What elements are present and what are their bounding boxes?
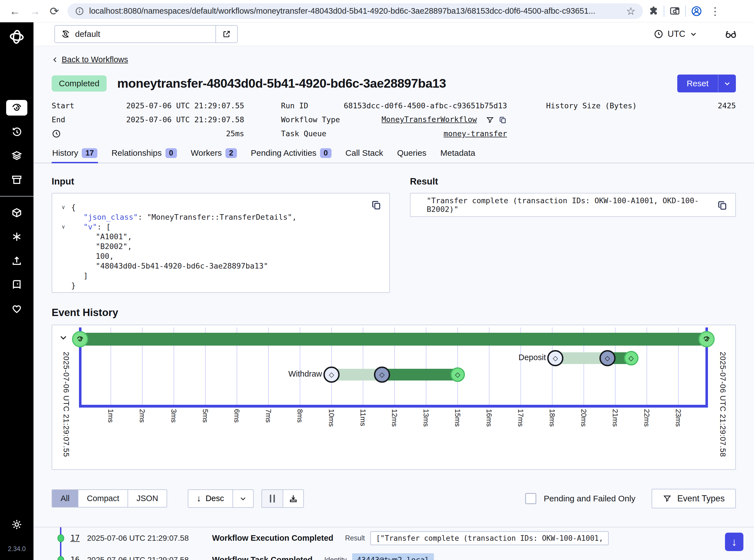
pending-failed-checkbox[interactable] [525,493,536,504]
event-name: Workflow Execution Completed [212,534,333,543]
sidebar-item-deployments[interactable] [6,148,27,164]
event-id-link[interactable]: 17 [70,534,87,543]
download-history-button[interactable] [283,490,303,507]
address-bar[interactable]: localhost:8080/namespaces/default/workfl… [67,3,643,19]
input-copy-button[interactable] [371,200,382,211]
tab-pending-activities[interactable]: Pending Activities0 [250,146,332,163]
activity-started-node[interactable]: ◇ [599,350,616,366]
workflow-start-node[interactable] [72,331,88,347]
result-copy-button[interactable] [717,200,728,211]
json-collapse-icon[interactable]: ∨ [62,223,71,230]
tab-metadata[interactable]: Metadata [440,146,476,163]
sidebar-item-namespaces[interactable] [6,205,27,221]
tab-history[interactable]: History17 [52,146,98,163]
axis-tick-label: 21ms [611,409,619,427]
task-queue-link[interactable]: money-transfer [443,129,507,138]
event-row[interactable]: 162025-07-06 UTC 21:29:07.58Workflow Tas… [34,549,754,560]
tab-relationships[interactable]: Relationships0 [111,146,177,163]
json-line: "json_class": "MoneyTransfer::TransferDe… [62,212,380,222]
duration-clock-icon [52,129,61,138]
event-history-heading: Event History [52,307,736,319]
activity-started-node[interactable]: ◇ [374,366,390,383]
tab-search-icon[interactable] [669,5,680,17]
temporal-logo-icon[interactable] [8,28,25,45]
axis-tick-label: 17ms [516,409,525,427]
sidebar-item-nexus[interactable] [6,229,27,244]
asterisk-icon [11,231,23,243]
tab-label: History [52,148,78,158]
extensions-icon[interactable] [648,5,659,17]
axis-tick-label: 8ms [296,409,304,423]
site-info-icon[interactable] [75,6,84,16]
namespace-external-link-button[interactable] [216,26,237,42]
tab-call-stack[interactable]: Call Stack [345,146,384,163]
event-detail-value: ["Transfer complete (transaction IDs: OK… [370,531,609,545]
tab-workers[interactable]: Workers2 [190,146,238,163]
result-value: "Transfer complete (transaction IDs: OKW… [427,196,725,214]
sidebar-item-workflows[interactable] [6,100,27,116]
tab-label: Workers [191,148,222,158]
activity-completed-node[interactable]: ◇ [450,367,465,382]
browser-back-icon[interactable]: ← [9,6,20,17]
workflow-type-link[interactable]: MoneyTransferWorkflow [382,115,476,124]
result-heading: Result [410,176,736,187]
event-detail-label: Identity [324,556,347,560]
run-id-label: Run ID [281,101,308,110]
filter-icon[interactable] [486,116,494,124]
view-mode-json[interactable]: JSON [127,490,166,507]
view-mode-compact[interactable]: Compact [78,490,127,507]
sidebar-item-feedback[interactable] [6,301,27,317]
namespace-selector[interactable]: default [55,25,238,43]
reset-dropdown-button[interactable] [718,75,736,93]
browser-chrome: ← → ⟳ localhost:8080/namespaces/default/… [0,0,754,22]
json-line-text: ] [71,271,88,280]
chevron-down-icon [239,494,247,503]
sidebar-item-import[interactable] [6,253,27,268]
tab-label: Relationships [111,148,162,158]
reset-button-group: Reset [677,75,736,93]
event-row[interactable]: 172025-07-06 UTC 21:29:07.58Workflow Exe… [34,527,754,549]
json-line: ] [62,271,380,281]
event-history-controls: All Compact JSON ↓ Desc [52,489,736,508]
event-types-button[interactable]: Event Types [652,489,736,508]
sidebar-item-docs[interactable] [6,277,27,293]
json-collapse-icon[interactable]: ∨ [62,204,71,211]
sidebar-item-schedules[interactable] [6,124,27,140]
back-to-workflows-link[interactable]: Back to Workflows [52,55,128,64]
sidebar-item-batch-operations[interactable] [6,172,27,187]
copy-icon[interactable] [499,116,507,124]
view-mode-toggle: All Compact JSON [52,489,167,507]
url-text: localhost:8080/namespaces/default/workfl… [89,6,621,16]
bookmark-star-icon[interactable]: ☆ [626,5,635,17]
sort-dropdown-button[interactable] [232,490,253,507]
view-mode-all[interactable]: All [52,490,78,507]
sort-desc-button[interactable]: ↓ Desc [188,490,232,507]
pause-button[interactable] [262,490,283,507]
activity-scheduled-node[interactable]: ◇ [323,366,340,383]
toolbar-divider [664,5,665,17]
browser-menu-icon[interactable]: ⋮ [710,6,720,17]
timeline-collapse-button[interactable] [58,333,68,342]
workflow-end-node[interactable] [698,331,715,347]
activity-completed-node[interactable]: ◇ [624,351,638,365]
event-name: Workflow Task Completed [212,555,312,560]
workflow-type-label: Workflow Type [281,115,340,124]
labs-mode-toggle[interactable] [725,28,737,40]
run-id-value: 68153dcc-d0f6-4500-afbc-c93651b75d13 [344,101,507,110]
tab-queries[interactable]: Queries [396,146,427,163]
scroll-to-bottom-button[interactable]: ↓ [725,533,743,551]
namespace-value: default [75,29,100,39]
tab-count-badge: 0 [320,148,331,158]
browser-forward-icon[interactable]: → [29,6,40,17]
browser-reload-icon[interactable]: ⟳ [50,5,59,17]
event-list: 172025-07-06 UTC 21:29:07.58Workflow Exe… [34,527,754,560]
workflow-execution-bar[interactable] [80,333,707,346]
theme-toggle-button[interactable] [6,517,27,532]
event-id-link[interactable]: 16 [70,555,87,560]
reset-button[interactable]: Reset [677,75,718,93]
activity-label: Withdraw [288,369,322,379]
activity-scheduled-node[interactable]: ◇ [547,350,564,366]
profile-avatar-icon[interactable] [690,5,702,17]
namespace-icon [61,29,70,39]
timezone-selector[interactable]: UTC [654,29,698,39]
